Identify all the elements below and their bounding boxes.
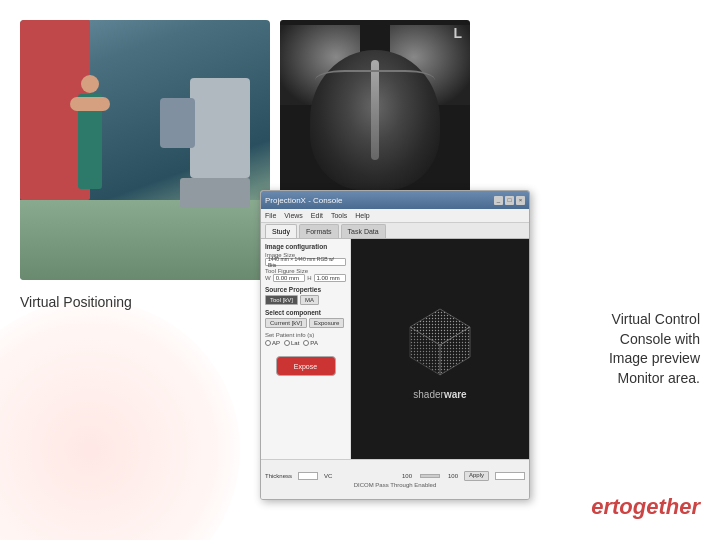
app-tabs: Study Formats Task Data	[261, 223, 529, 239]
machine-base	[180, 178, 250, 208]
source-btn2[interactable]: MA	[300, 295, 319, 305]
source-label: Source Properties	[265, 286, 346, 293]
app-preview: shaderware	[351, 239, 529, 459]
thickness-input[interactable]	[298, 472, 318, 480]
apply-btn[interactable]: Apply	[464, 471, 489, 481]
console-section: ProjectionX - Console _ □ × File Views E…	[260, 190, 530, 500]
person-legs	[78, 149, 102, 189]
size-val: 100	[448, 473, 458, 479]
btn-current[interactable]: Current [kV]	[265, 318, 307, 328]
btn-exposure[interactable]: Exposure	[309, 318, 344, 328]
source-btn1[interactable]: Tool [kV]	[265, 295, 298, 305]
positioning-label: Virtual Positioning	[20, 294, 132, 310]
h-label: H	[307, 275, 311, 281]
select-section: Select component Current [kV] Exposure	[265, 309, 346, 328]
slider[interactable]	[420, 474, 440, 478]
image-config-section: Image configuration Image Size 1440 mm ×…	[265, 243, 346, 282]
person-figure	[75, 75, 105, 205]
thickness-label: Thickness	[265, 473, 292, 479]
tool-w-input[interactable]: 0.00 mm	[273, 274, 305, 282]
cube-wrapper: shaderware	[395, 299, 485, 400]
patient-section: Set Patient info (s) AP Lat PA	[265, 332, 346, 346]
person-head	[81, 75, 99, 93]
radio-ap[interactable]: AP	[265, 340, 280, 346]
minimize-btn[interactable]: _	[494, 196, 503, 205]
positioning-image	[20, 20, 270, 280]
expose-button[interactable]: Expose	[276, 356, 336, 376]
machine-head	[160, 98, 195, 148]
menu-views[interactable]: Views	[284, 212, 303, 219]
control-line2: Console with	[609, 330, 700, 350]
menu-tools[interactable]: Tools	[331, 212, 347, 219]
control-label: Virtual Control Console with Image previ…	[609, 310, 700, 388]
lam-input[interactable]	[495, 472, 525, 480]
image-size-input: 1440 mm × 1440 mm RGB w/ Bits	[265, 258, 346, 266]
person-arms	[70, 97, 110, 111]
status-text: DICOM Pass Through Enabled	[265, 482, 525, 488]
xray-rib-left	[315, 70, 375, 90]
w-label: W	[265, 275, 271, 281]
room-floor	[20, 200, 270, 280]
patient-label: Set Patient info (s)	[265, 332, 346, 338]
app-statusbar: Thickness VC 100 100 Apply DICOM Pass Th…	[261, 459, 529, 499]
expose-section: Expose	[265, 350, 346, 382]
xray-image: L	[280, 20, 470, 205]
tab-taskdata[interactable]: Task Data	[341, 224, 386, 238]
shader-label: shaderware	[413, 389, 466, 400]
positioning-section: Virtual Positioning	[20, 20, 270, 310]
control-line3: Image preview	[609, 349, 700, 369]
control-line1: Virtual Control	[609, 310, 700, 330]
shader-text-part2: ware	[444, 389, 467, 400]
app-window: ProjectionX - Console _ □ × File Views E…	[260, 190, 530, 500]
radio-row: AP Lat PA	[265, 340, 346, 346]
3d-cube-visualization	[395, 299, 485, 389]
shader-text-part1: shader	[413, 389, 444, 400]
xray-rib-right	[375, 70, 435, 90]
radio-pa[interactable]: PA	[303, 340, 318, 346]
app-sidebar: Image configuration Image Size 1440 mm ×…	[261, 239, 351, 459]
select-label: Select component	[265, 309, 346, 316]
statusbar-row1: Thickness VC 100 100 Apply	[265, 471, 525, 481]
tab-formats[interactable]: Formats	[299, 224, 339, 238]
menu-edit[interactable]: Edit	[311, 212, 323, 219]
app-content: Image configuration Image Size 1440 mm ×…	[261, 239, 529, 459]
source-section: Source Properties Tool [kV] MA	[265, 286, 346, 305]
menu-help[interactable]: Help	[355, 212, 369, 219]
machine-arm	[190, 78, 250, 178]
tool-h-input[interactable]: 1.00 mm	[314, 274, 346, 282]
bg-decoration	[0, 300, 240, 540]
source-btns-row: Tool [kV] MA	[265, 295, 346, 305]
brand-text: ertogether	[591, 494, 700, 520]
xray-l-marker: L	[453, 25, 462, 41]
tool-wh-row: W 0.00 mm H 1.00 mm	[265, 274, 346, 282]
menu-file[interactable]: File	[265, 212, 276, 219]
maximize-btn[interactable]: □	[505, 196, 514, 205]
app-title-buttons: _ □ ×	[494, 196, 525, 205]
control-line4: Monitor area.	[609, 369, 700, 389]
tool-figure-field: Tool Figure Size W 0.00 mm H 1.00 mm	[265, 268, 346, 282]
xray-machine-model	[160, 78, 250, 208]
close-btn[interactable]: ×	[516, 196, 525, 205]
size-label: 100	[402, 473, 412, 479]
image-config-title: Image configuration	[265, 243, 346, 250]
radio-lat[interactable]: Lat	[284, 340, 299, 346]
app-title-text: ProjectionX - Console	[265, 196, 494, 205]
app-menubar: File Views Edit Tools Help	[261, 209, 529, 223]
vc-label: VC	[324, 473, 332, 479]
image-size-field: Image Size 1440 mm × 1440 mm RGB w/ Bits	[265, 252, 346, 266]
tab-study[interactable]: Study	[265, 224, 297, 238]
app-titlebar: ProjectionX - Console _ □ ×	[261, 191, 529, 209]
select-btns: Current [kV] Exposure	[265, 318, 346, 328]
